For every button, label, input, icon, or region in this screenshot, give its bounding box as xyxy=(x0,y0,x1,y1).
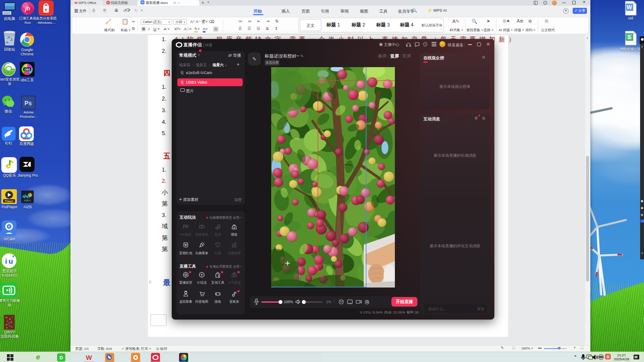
svg-text:OBS: OBS xyxy=(24,68,31,71)
svg-text:jh: jh xyxy=(24,5,30,12)
svg-text:Player: Player xyxy=(5,200,13,203)
svg-text:Ps: Ps xyxy=(24,100,32,107)
svg-text:PK: PK xyxy=(183,224,189,229)
svg-text:W: W xyxy=(86,354,92,361)
svg-text:D: D xyxy=(60,355,63,360)
svg-text:AIZB-3: AIZB-3 xyxy=(24,199,31,202)
svg-text:e: e xyxy=(45,7,47,12)
svg-text:S: S xyxy=(628,34,631,40)
svg-text:i: i xyxy=(5,257,7,265)
svg-text:u: u xyxy=(9,257,13,265)
svg-text:W: W xyxy=(627,4,632,10)
